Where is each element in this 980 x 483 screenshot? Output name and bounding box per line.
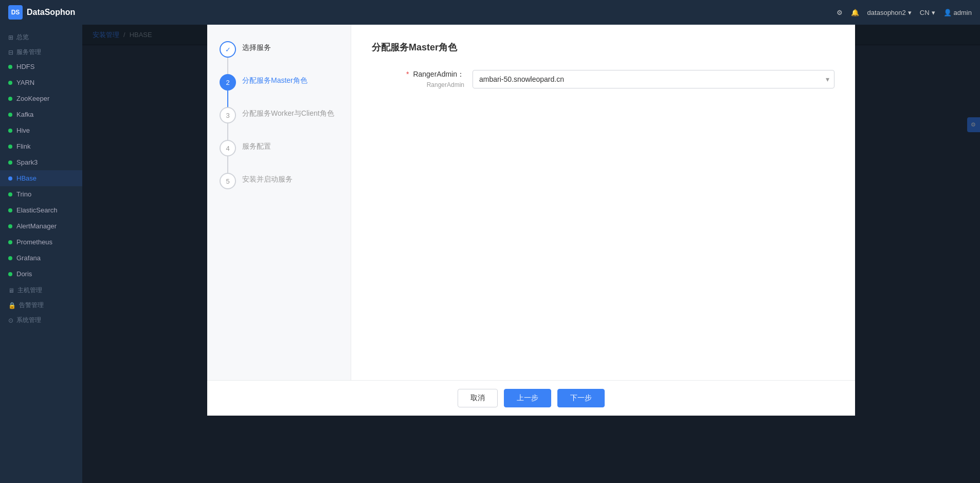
modal-overlay: ✓ 选择服务 2 分配服务Master角色 3 [82,25,980,483]
next-button[interactable]: 下一步 [557,389,605,407]
status-dot [8,176,12,181]
brand: DS DataSophon [8,5,75,20]
sidebar-item-alert-management[interactable]: 🔒 告警管理 [0,297,82,312]
status-dot [8,272,12,276]
bell-icon[interactable]: 🔔 [851,9,859,16]
step-1-circle: ✓ [220,41,236,58]
grid2-icon: ⊟ [8,49,13,56]
content-panel: 分配服务Master角色 * RangerAdmin： RangerAdmin [351,25,855,380]
status-dot [8,145,12,149]
layout: ⊞ 总览 ⊟ 服务管理 HDFS YARN ZooKeeper Kafka Hi… [0,25,980,483]
status-dot [8,192,12,196]
status-dot [8,224,12,228]
modal-footer: 取消 上一步 下一步 [207,380,855,416]
status-dot [8,240,12,244]
user-chevron-icon: ▾ [908,9,912,16]
step-3: 3 分配服务Worker与Client角色 [220,107,338,123]
form-row-rangeradmin: * RangerAdmin： RangerAdmin ambari-50.sno… [372,70,834,88]
step-1: ✓ 选择服务 [220,41,338,58]
step-4: 4 服务配置 [220,140,338,156]
step-5: 5 安装并启动服务 [220,173,338,189]
step-2: 2 分配服务Master角色 [220,74,338,91]
main-content: 安装管理 / HBASE ⚙ ✓ 选择服务 [82,25,980,483]
navbar-right: ⚙ 🔔 datasophon2 ▾ CN ▾ 👤 admin [837,9,972,16]
status-dot [8,256,12,260]
step-5-text: 安装并启动服务 [242,173,293,184]
navbar: DS DataSophon ⚙ 🔔 datasophon2 ▾ CN ▾ 👤 a… [0,0,980,25]
required-marker: * [406,70,409,78]
prev-button[interactable]: 上一步 [504,389,551,407]
sidebar-item-alertmanager[interactable]: AlertManager [0,218,82,234]
sidebar: ⊞ 总览 ⊟ 服务管理 HDFS YARN ZooKeeper Kafka Hi… [0,25,82,483]
settings-icon[interactable]: ⚙ [837,9,843,16]
step-3-circle: 3 [220,107,236,123]
sidebar-item-kafka[interactable]: Kafka [0,106,82,122]
sidebar-item-hdfs[interactable]: HDFS [0,59,82,75]
status-dot [8,97,12,101]
sidebar-item-trino[interactable]: Trino [0,186,82,202]
rangeradmin-select[interactable]: ambari-50.snowleopard.cn ambari-51.snowl… [473,70,834,88]
status-dot [8,160,12,165]
brand-name: DataSophon [27,8,75,17]
alert-icon: 🔒 [8,302,16,309]
sidebar-item-zookeeper[interactable]: ZooKeeper [0,91,82,106]
sidebar-item-yarn[interactable]: YARN [0,75,82,91]
step-3-text: 分配服务Worker与Client角色 [242,107,334,118]
modal: ✓ 选择服务 2 分配服务Master角色 3 [207,25,855,416]
form-label-group: * RangerAdmin： RangerAdmin [372,70,464,88]
step-1-text: 选择服务 [242,41,271,52]
grid-icon: ⊞ [8,34,13,41]
lang-dropdown[interactable]: CN ▾ [920,9,935,16]
sidebar-item-system-management[interactable]: ⊙ 系统管理 [0,312,82,327]
step-5-circle: 5 [220,173,236,189]
sidebar-item-grafana[interactable]: Grafana [0,250,82,266]
sidebar-item-doris[interactable]: Doris [0,266,82,282]
status-dot [8,65,12,69]
modal-body: ✓ 选择服务 2 分配服务Master角色 3 [207,25,855,380]
cancel-button[interactable]: 取消 [458,389,498,407]
rangeradmin-select-wrapper: ambari-50.snowleopard.cn ambari-51.snowl… [473,70,834,88]
form-sub-label: RangerAdmin [372,81,464,88]
status-dot [8,129,12,133]
sidebar-item-elasticsearch[interactable]: ElasticSearch [0,202,82,218]
brand-icon: DS [8,5,23,20]
system-icon: ⊙ [8,317,13,324]
step-2-text: 分配服务Master角色 [242,74,307,85]
sidebar-item-spark3[interactable]: Spark3 [0,154,82,170]
modal-title: 分配服务Master角色 [372,41,834,53]
sidebar-item-hbase[interactable]: HBase [0,170,82,186]
avatar[interactable]: 👤 admin [943,9,972,16]
status-dot [8,208,12,212]
user-dropdown[interactable]: datasophon2 ▾ [867,9,912,16]
sidebar-item-hive[interactable]: Hive [0,122,82,138]
lang-chevron-icon: ▾ [932,9,935,16]
sidebar-item-host-management[interactable]: 🖥 主机管理 [0,282,82,297]
steps-panel: ✓ 选择服务 2 分配服务Master角色 3 [207,25,351,380]
sidebar-item-prometheus[interactable]: Prometheus [0,234,82,250]
form-label: * RangerAdmin： [372,70,464,79]
sidebar-item-flink[interactable]: Flink [0,138,82,154]
step-4-text: 服务配置 [242,140,271,151]
sidebar-item-overview[interactable]: ⊞ 总览 [0,29,82,44]
host-icon: 🖥 [8,287,14,294]
status-dot [8,81,12,85]
status-dot [8,113,12,117]
sidebar-item-service-management[interactable]: ⊟ 服务管理 [0,44,82,59]
step-2-circle: 2 [220,74,236,91]
step-4-circle: 4 [220,140,236,156]
